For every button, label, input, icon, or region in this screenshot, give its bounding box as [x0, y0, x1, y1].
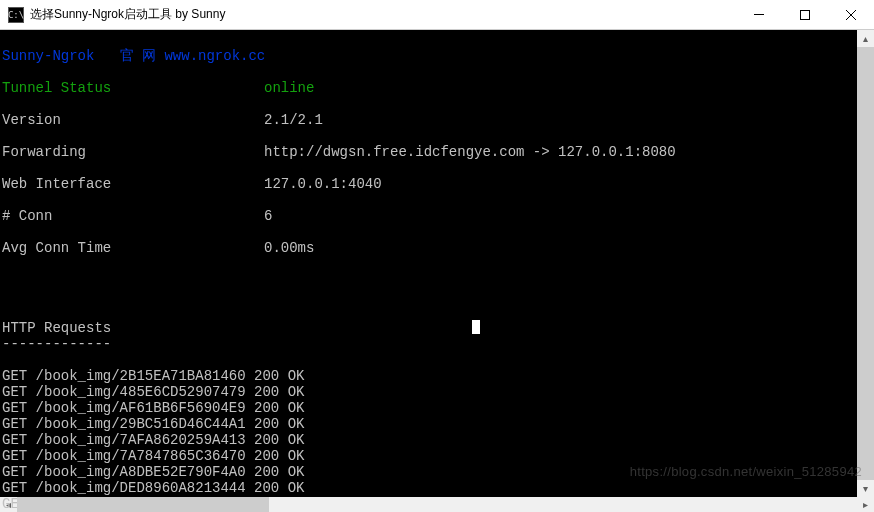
hscroll-thumb[interactable]	[17, 497, 269, 512]
minimize-button[interactable]	[736, 0, 782, 29]
hscroll-track[interactable]	[17, 497, 857, 512]
request-line: GET /book_img/29BC516D46C44A1 200 OK	[2, 416, 304, 432]
tunnel-status-label: Tunnel Status	[2, 80, 264, 96]
maximize-icon	[800, 10, 810, 20]
request-line: GET /book_img/DED8960A8213444 200 OK	[2, 480, 304, 496]
minimize-icon	[754, 14, 764, 15]
scroll-right-button[interactable]: ▸	[857, 497, 874, 512]
forwarding-value: http://dwgsn.free.idcfengye.com -> 127.0…	[264, 144, 676, 160]
vscroll-thumb[interactable]	[857, 47, 874, 480]
svg-rect-1	[801, 10, 810, 19]
version-value: 2.1/2.1	[264, 112, 323, 128]
maximize-button[interactable]	[782, 0, 828, 29]
svg-rect-0	[754, 14, 764, 15]
console-icon: C:\	[8, 7, 24, 23]
conn-value: 6	[264, 208, 272, 224]
conn-label: # Conn	[2, 208, 264, 224]
window-controls	[736, 0, 874, 29]
window-title: 选择Sunny-Ngrok启动工具 by Sunny	[30, 6, 736, 23]
request-line: GET /book_img/A8DBE52E790F4A0 200 OK	[2, 464, 304, 480]
tunnel-status-value: online	[264, 80, 314, 96]
http-requests-header: HTTP Requests	[2, 320, 111, 336]
request-line: GET /book_img/AF61BB6F56904E9 200 OK	[2, 400, 304, 416]
version-label: Version	[2, 112, 264, 128]
close-button[interactable]	[828, 0, 874, 29]
web-interface-value: 127.0.0.1:4040	[264, 176, 382, 192]
watermark-text: https://blog.csdn.net/weixin_51285942	[630, 464, 862, 479]
request-line: GET /book_img/7AFA8620259A413 200 OK	[2, 432, 304, 448]
console-area: Sunny-Ngrok 官 网 www.ngrok.cc Tunnel Stat…	[0, 30, 874, 497]
request-line: GET /book_img/7A7847865C36470 200 OK	[2, 448, 304, 464]
avg-conn-label: Avg Conn Time	[2, 240, 264, 256]
horizontal-scrollbar[interactable]: ◂ ▸	[0, 497, 874, 512]
console-output[interactable]: Sunny-Ngrok 官 网 www.ngrok.cc Tunnel Stat…	[0, 30, 857, 497]
scroll-up-button[interactable]: ▴	[857, 30, 874, 47]
scroll-down-button[interactable]: ▾	[857, 480, 874, 497]
web-interface-label: Web Interface	[2, 176, 264, 192]
vertical-scrollbar[interactable]: ▴ ▾	[857, 30, 874, 497]
vscroll-track[interactable]	[857, 47, 874, 480]
close-icon	[846, 10, 856, 20]
avg-conn-value: 0.00ms	[264, 240, 314, 256]
request-line: GET /book_img/485E6CD52907479 200 OK	[2, 384, 304, 400]
brand-text: Sunny-Ngrok 官 网 www.ngrok.cc	[2, 48, 265, 64]
forwarding-label: Forwarding	[2, 144, 264, 160]
divider: -------------	[2, 336, 111, 352]
titlebar: C:\ 选择Sunny-Ngrok启动工具 by Sunny	[0, 0, 874, 30]
request-line: GET /book_img/2B15EA71BA81460 200 OK	[2, 368, 304, 384]
text-cursor	[472, 320, 480, 334]
